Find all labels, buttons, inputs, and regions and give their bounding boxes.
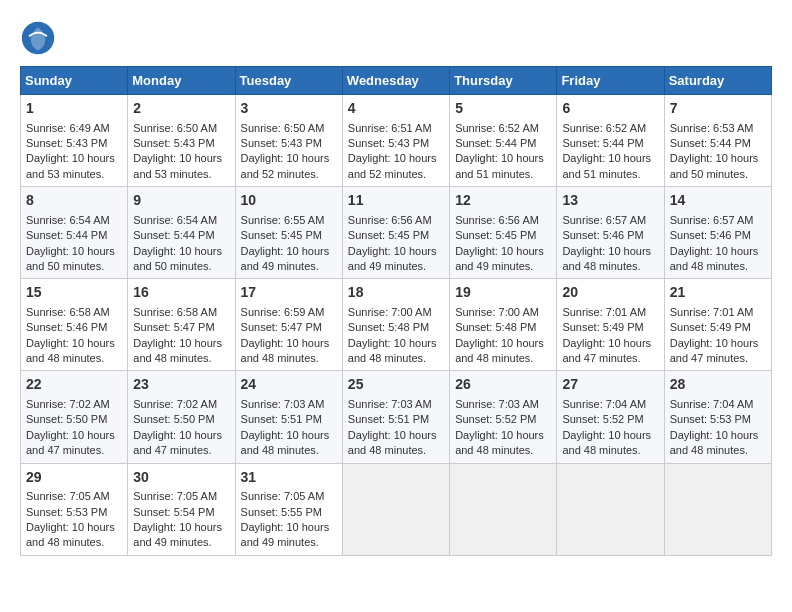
day-number: 29 (26, 468, 122, 488)
calendar-week-row: 15Sunrise: 6:58 AMSunset: 5:46 PMDayligh… (21, 279, 772, 371)
day-number: 24 (241, 375, 337, 395)
calendar-day-cell: 2Sunrise: 6:50 AMSunset: 5:43 PMDaylight… (128, 95, 235, 187)
day-number: 23 (133, 375, 229, 395)
day-number: 15 (26, 283, 122, 303)
logo-icon (20, 20, 56, 56)
header-friday: Friday (557, 67, 664, 95)
sunrise-text: Sunrise: 7:04 AM (670, 398, 754, 410)
daylight-text: Daylight: 10 hours and 48 minutes. (670, 429, 759, 456)
calendar-day-cell (342, 463, 449, 555)
daylight-text: Daylight: 10 hours and 50 minutes. (26, 245, 115, 272)
sunrise-text: Sunrise: 6:53 AM (670, 122, 754, 134)
sunset-text: Sunset: 5:53 PM (26, 506, 107, 518)
sunrise-text: Sunrise: 6:56 AM (348, 214, 432, 226)
calendar-day-cell: 18Sunrise: 7:00 AMSunset: 5:48 PMDayligh… (342, 279, 449, 371)
calendar-day-cell: 5Sunrise: 6:52 AMSunset: 5:44 PMDaylight… (450, 95, 557, 187)
sunrise-text: Sunrise: 6:50 AM (133, 122, 217, 134)
sunrise-text: Sunrise: 7:05 AM (133, 490, 217, 502)
sunrise-text: Sunrise: 6:55 AM (241, 214, 325, 226)
calendar-day-cell: 29Sunrise: 7:05 AMSunset: 5:53 PMDayligh… (21, 463, 128, 555)
day-number: 10 (241, 191, 337, 211)
sunset-text: Sunset: 5:47 PM (133, 321, 214, 333)
daylight-text: Daylight: 10 hours and 48 minutes. (455, 429, 544, 456)
header-tuesday: Tuesday (235, 67, 342, 95)
daylight-text: Daylight: 10 hours and 48 minutes. (241, 337, 330, 364)
daylight-text: Daylight: 10 hours and 48 minutes. (26, 337, 115, 364)
calendar-week-row: 8Sunrise: 6:54 AMSunset: 5:44 PMDaylight… (21, 187, 772, 279)
sunrise-text: Sunrise: 7:05 AM (241, 490, 325, 502)
calendar-day-cell: 8Sunrise: 6:54 AMSunset: 5:44 PMDaylight… (21, 187, 128, 279)
calendar-week-row: 29Sunrise: 7:05 AMSunset: 5:53 PMDayligh… (21, 463, 772, 555)
sunrise-text: Sunrise: 6:56 AM (455, 214, 539, 226)
day-number: 16 (133, 283, 229, 303)
day-number: 26 (455, 375, 551, 395)
sunset-text: Sunset: 5:45 PM (348, 229, 429, 241)
sunrise-text: Sunrise: 6:51 AM (348, 122, 432, 134)
sunrise-text: Sunrise: 6:59 AM (241, 306, 325, 318)
sunset-text: Sunset: 5:47 PM (241, 321, 322, 333)
calendar-day-cell: 25Sunrise: 7:03 AMSunset: 5:51 PMDayligh… (342, 371, 449, 463)
sunset-text: Sunset: 5:50 PM (26, 413, 107, 425)
daylight-text: Daylight: 10 hours and 50 minutes. (670, 152, 759, 179)
sunset-text: Sunset: 5:54 PM (133, 506, 214, 518)
day-number: 9 (133, 191, 229, 211)
sunrise-text: Sunrise: 6:58 AM (26, 306, 110, 318)
day-number: 6 (562, 99, 658, 119)
calendar-day-cell: 23Sunrise: 7:02 AMSunset: 5:50 PMDayligh… (128, 371, 235, 463)
calendar-day-cell: 19Sunrise: 7:00 AMSunset: 5:48 PMDayligh… (450, 279, 557, 371)
sunset-text: Sunset: 5:52 PM (562, 413, 643, 425)
header-wednesday: Wednesday (342, 67, 449, 95)
day-number: 22 (26, 375, 122, 395)
day-number: 12 (455, 191, 551, 211)
sunset-text: Sunset: 5:45 PM (455, 229, 536, 241)
header-thursday: Thursday (450, 67, 557, 95)
day-number: 13 (562, 191, 658, 211)
day-number: 25 (348, 375, 444, 395)
daylight-text: Daylight: 10 hours and 48 minutes. (348, 337, 437, 364)
sunset-text: Sunset: 5:43 PM (241, 137, 322, 149)
day-number: 18 (348, 283, 444, 303)
calendar-header-row: Sunday Monday Tuesday Wednesday Thursday… (21, 67, 772, 95)
daylight-text: Daylight: 10 hours and 50 minutes. (133, 245, 222, 272)
daylight-text: Daylight: 10 hours and 53 minutes. (133, 152, 222, 179)
calendar-day-cell: 26Sunrise: 7:03 AMSunset: 5:52 PMDayligh… (450, 371, 557, 463)
calendar-day-cell: 10Sunrise: 6:55 AMSunset: 5:45 PMDayligh… (235, 187, 342, 279)
sunrise-text: Sunrise: 7:04 AM (562, 398, 646, 410)
daylight-text: Daylight: 10 hours and 48 minutes. (562, 429, 651, 456)
daylight-text: Daylight: 10 hours and 47 minutes. (26, 429, 115, 456)
sunrise-text: Sunrise: 6:52 AM (562, 122, 646, 134)
sunrise-text: Sunrise: 7:01 AM (562, 306, 646, 318)
calendar-day-cell: 27Sunrise: 7:04 AMSunset: 5:52 PMDayligh… (557, 371, 664, 463)
daylight-text: Daylight: 10 hours and 49 minutes. (455, 245, 544, 272)
sunset-text: Sunset: 5:44 PM (455, 137, 536, 149)
calendar-day-cell: 9Sunrise: 6:54 AMSunset: 5:44 PMDaylight… (128, 187, 235, 279)
daylight-text: Daylight: 10 hours and 52 minutes. (348, 152, 437, 179)
header-monday: Monday (128, 67, 235, 95)
calendar-table: Sunday Monday Tuesday Wednesday Thursday… (20, 66, 772, 556)
daylight-text: Daylight: 10 hours and 49 minutes. (241, 245, 330, 272)
sunset-text: Sunset: 5:45 PM (241, 229, 322, 241)
day-number: 5 (455, 99, 551, 119)
sunset-text: Sunset: 5:50 PM (133, 413, 214, 425)
sunrise-text: Sunrise: 7:02 AM (133, 398, 217, 410)
sunset-text: Sunset: 5:52 PM (455, 413, 536, 425)
calendar-day-cell: 4Sunrise: 6:51 AMSunset: 5:43 PMDaylight… (342, 95, 449, 187)
day-number: 21 (670, 283, 766, 303)
sunset-text: Sunset: 5:43 PM (133, 137, 214, 149)
daylight-text: Daylight: 10 hours and 48 minutes. (455, 337, 544, 364)
calendar-day-cell (664, 463, 771, 555)
sunset-text: Sunset: 5:43 PM (26, 137, 107, 149)
calendar-day-cell: 12Sunrise: 6:56 AMSunset: 5:45 PMDayligh… (450, 187, 557, 279)
sunset-text: Sunset: 5:43 PM (348, 137, 429, 149)
daylight-text: Daylight: 10 hours and 51 minutes. (455, 152, 544, 179)
calendar-day-cell: 20Sunrise: 7:01 AMSunset: 5:49 PMDayligh… (557, 279, 664, 371)
sunrise-text: Sunrise: 6:52 AM (455, 122, 539, 134)
sunrise-text: Sunrise: 6:50 AM (241, 122, 325, 134)
sunrise-text: Sunrise: 7:03 AM (348, 398, 432, 410)
calendar-day-cell: 30Sunrise: 7:05 AMSunset: 5:54 PMDayligh… (128, 463, 235, 555)
day-number: 19 (455, 283, 551, 303)
calendar-day-cell: 28Sunrise: 7:04 AMSunset: 5:53 PMDayligh… (664, 371, 771, 463)
sunset-text: Sunset: 5:51 PM (348, 413, 429, 425)
sunrise-text: Sunrise: 6:54 AM (133, 214, 217, 226)
calendar-week-row: 1Sunrise: 6:49 AMSunset: 5:43 PMDaylight… (21, 95, 772, 187)
